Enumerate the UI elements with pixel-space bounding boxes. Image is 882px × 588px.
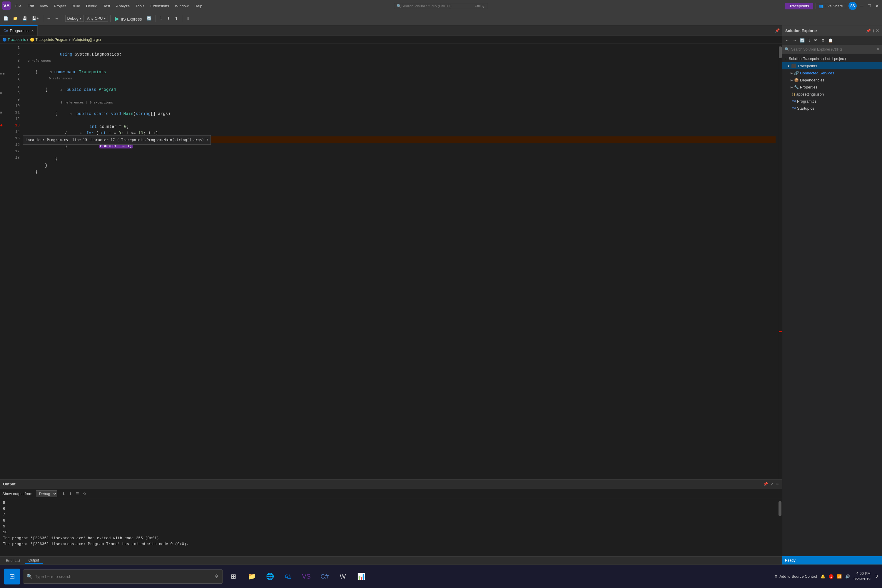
extra-app-2[interactable]: W [335, 569, 351, 584]
menu-build[interactable]: Build [69, 3, 83, 9]
output-tb-4[interactable]: ⟲ [81, 491, 87, 496]
file-explorer-button[interactable]: 📁 [244, 569, 259, 584]
start-button[interactable]: ⊞ [4, 568, 20, 585]
tray-icon-volume[interactable]: 🔊 [845, 574, 850, 579]
taskbar: ⊞ 🔍 🎙 ⊞ 📁 🌐 🛍 VS C# W 📊 ⬆ Add to Source … [0, 564, 882, 588]
output-float-btn[interactable]: ⤢ [770, 482, 774, 486]
code-line-17: } [25, 162, 776, 169]
taskbar-datetime[interactable]: 4:00 PM 8/26/2019 [854, 571, 870, 582]
extra-app-1[interactable]: C# [317, 569, 332, 584]
breadcrumb-item-1[interactable]: 🔵 Tracepoints [2, 38, 26, 42]
menu-analyze[interactable]: Analyze [113, 3, 133, 9]
notification-center-icon[interactable]: 🗨 [874, 574, 878, 579]
breadcrumb-item-3[interactable]: Main(string[] args) [72, 38, 101, 42]
edge-button[interactable]: 🌐 [262, 569, 278, 584]
search-input[interactable] [401, 4, 475, 8]
pin-toolbar-btn[interactable]: 📌 [772, 25, 782, 36]
se-back-btn[interactable]: ← [784, 38, 790, 43]
breadcrumb-item-2[interactable]: 🟡 Tracepoints.Program [30, 38, 68, 42]
tab-error-list[interactable]: Error List [2, 558, 24, 564]
se-close-btn[interactable]: ✕ [876, 28, 879, 33]
se-item-properties[interactable]: ▶ 🔧 Properties [782, 84, 882, 90]
tab-output[interactable]: Output [25, 557, 43, 564]
se-forward-btn[interactable]: → [792, 38, 798, 43]
store-button[interactable]: 🛍 [280, 569, 296, 584]
output-source-dropdown[interactable]: Debug [36, 490, 57, 497]
menu-edit[interactable]: Edit [24, 3, 37, 9]
undo-btn[interactable]: ↩ [46, 15, 52, 21]
ready-label: Ready [785, 558, 796, 562]
se-item-solution[interactable]: ⊡ Solution 'Tracepoints' (1 of 1 project… [782, 55, 882, 62]
line-num-10: 10 [8, 103, 20, 110]
vs-taskbar-button[interactable]: VS [299, 569, 314, 584]
save-all-btn[interactable]: 💾+ [30, 15, 40, 21]
minimize-button[interactable]: ─ [859, 3, 864, 9]
se-search-input[interactable] [791, 47, 874, 51]
se-item-startup-cs[interactable]: C# Startup.cs [782, 105, 882, 112]
se-dock-btn[interactable]: ⟩ [873, 28, 874, 33]
task-view-button[interactable]: ⊞ [226, 569, 241, 584]
se-search-clear[interactable]: ✕ [876, 47, 880, 51]
se-toolbar: ← → 🔄 ⤵ 👁 ⚙ 📋 [782, 36, 882, 45]
se-dep-icon: 📦 [794, 78, 799, 82]
se-show-all-btn[interactable]: 👁 [813, 38, 819, 43]
menu-extensions[interactable]: Extensions [147, 3, 172, 9]
start-debugging-button[interactable]: ▶ IIS Express [113, 14, 144, 22]
user-avatar[interactable]: SS [849, 2, 857, 10]
tray-icon-network[interactable]: 📶 [837, 574, 842, 579]
menu-test[interactable]: Test [100, 3, 113, 9]
menu-window[interactable]: Window [172, 3, 191, 9]
taskbar-microphone-icon[interactable]: 🎙 [214, 574, 219, 579]
menu-file[interactable]: File [12, 3, 24, 9]
se-item-dependencies[interactable]: ▶ 📦 Dependencies [782, 76, 882, 84]
editor-scroll-thumb[interactable] [779, 46, 782, 58]
code-line-3: ⊟ namespace Tracepoints [25, 62, 776, 69]
output-tb-2[interactable]: ⬆ [68, 491, 73, 496]
new-project-btn[interactable]: 📄 [2, 15, 10, 21]
step-out-btn[interactable]: ⬆ [173, 15, 180, 21]
menu-project[interactable]: Project [51, 3, 69, 9]
maximize-button[interactable]: □ [867, 3, 872, 9]
taskbar-search-input[interactable] [35, 574, 212, 579]
line-num-3: 3 [8, 58, 20, 64]
cpu-dropdown[interactable]: Any CPU ▾ [85, 15, 108, 22]
tab-close-button[interactable]: ✕ [31, 29, 34, 33]
menu-debug[interactable]: Debug [83, 3, 100, 9]
se-collapse-btn[interactable]: ⤵ [807, 38, 812, 43]
se-filter-btn[interactable]: ⚙ [820, 38, 826, 43]
output-scrollbar[interactable] [778, 499, 782, 556]
refresh-btn[interactable]: 🔄 [145, 15, 153, 21]
output-tb-1[interactable]: ⬇ [61, 491, 66, 496]
step-over-btn[interactable]: ⤵ [158, 15, 164, 21]
step-into-btn[interactable]: ⬇ [165, 15, 172, 21]
se-item-appsettings[interactable]: { } appsettings.json [782, 90, 882, 98]
se-props-btn[interactable]: 📋 [827, 38, 834, 43]
se-item-tracepoints[interactable]: ▼ ⬛ Tracepoints [782, 62, 882, 69]
se-refresh-btn[interactable]: 🔄 [799, 38, 806, 43]
menu-help[interactable]: Help [191, 3, 205, 9]
redo-btn[interactable]: ↪ [54, 15, 60, 21]
output-content[interactable]: 5 6 7 8 9 10 The program '[22636] iisexp… [0, 499, 778, 556]
breakpoint-btn[interactable]: ⏸ [184, 15, 192, 21]
tab-program-cs[interactable]: C# Program.cs ✕ [0, 25, 38, 36]
live-share-button[interactable]: 👥 Live Share [816, 3, 846, 9]
output-tb-3[interactable]: ☰ [74, 491, 80, 496]
output-close-btn[interactable]: ✕ [776, 482, 779, 486]
debug-config-dropdown[interactable]: Debug ▾ [65, 15, 84, 22]
se-item-program-cs[interactable]: C# Program.cs [782, 98, 882, 105]
add-to-source-control[interactable]: ⬆ Add to Source Control [774, 574, 817, 579]
se-props-label: Properties [800, 85, 818, 89]
menu-view[interactable]: View [37, 3, 51, 9]
menu-tools[interactable]: Tools [133, 3, 147, 9]
extra-app-3[interactable]: 📊 [353, 569, 369, 584]
close-button[interactable]: ✕ [874, 3, 880, 9]
se-pin-btn[interactable]: 📌 [866, 28, 871, 33]
gutter-8: ⚙ [0, 90, 8, 96]
se-item-connected-services[interactable]: ▶ 🔗 Connected Services [782, 69, 882, 76]
tray-icon-1[interactable]: 🔔 [820, 574, 825, 579]
open-btn[interactable]: 📁 [11, 15, 20, 21]
save-btn[interactable]: 💾 [21, 15, 29, 21]
store-icon: 🛍 [285, 573, 291, 580]
output-scroll-thumb[interactable] [778, 501, 782, 516]
output-pin-btn[interactable]: 📌 [763, 482, 768, 486]
